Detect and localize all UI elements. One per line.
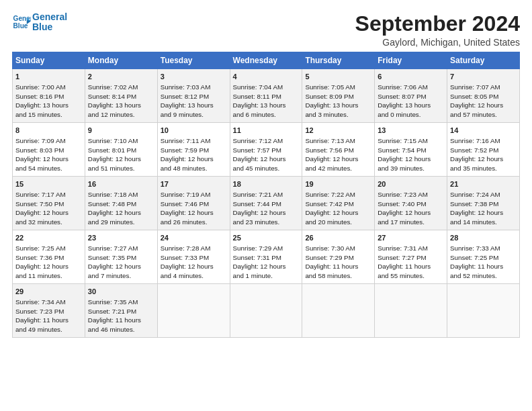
day-number: 27	[378, 233, 444, 243]
day-info: Sunrise: 7:19 AM Sunset: 7:46 PM Dayligh…	[161, 191, 214, 226]
col-thursday: Thursday	[302, 52, 375, 69]
col-wednesday: Wednesday	[230, 52, 302, 69]
day-info: Sunrise: 7:00 AM Sunset: 8:16 PM Dayligh…	[15, 83, 69, 118]
day-info: Sunrise: 7:24 AM Sunset: 7:38 PM Dayligh…	[450, 191, 503, 226]
col-friday: Friday	[375, 52, 447, 69]
day-info: Sunrise: 7:35 AM Sunset: 7:21 PM Dayligh…	[88, 298, 141, 333]
calendar-cell: 20Sunrise: 7:23 AM Sunset: 7:40 PM Dayli…	[375, 177, 447, 230]
day-info: Sunrise: 7:30 AM Sunset: 7:29 PM Dayligh…	[305, 244, 358, 279]
calendar-cell: 17Sunrise: 7:19 AM Sunset: 7:46 PM Dayli…	[157, 177, 230, 230]
day-number: 8	[15, 126, 82, 136]
day-number: 1	[15, 72, 82, 82]
calendar-week-3: 15Sunrise: 7:17 AM Sunset: 7:50 PM Dayli…	[13, 177, 520, 230]
header-row: Sunday Monday Tuesday Wednesday Thursday…	[13, 52, 520, 69]
day-info: Sunrise: 7:02 AM Sunset: 8:14 PM Dayligh…	[88, 83, 141, 118]
calendar-cell: 12Sunrise: 7:13 AM Sunset: 7:56 PM Dayli…	[302, 123, 375, 177]
day-number: 3	[161, 72, 227, 82]
calendar-cell: 5Sunrise: 7:05 AM Sunset: 8:09 PM Daylig…	[302, 69, 375, 123]
day-info: Sunrise: 7:17 AM Sunset: 7:50 PM Dayligh…	[15, 191, 69, 226]
day-info: Sunrise: 7:07 AM Sunset: 8:05 PM Dayligh…	[450, 83, 503, 118]
day-info: Sunrise: 7:13 AM Sunset: 7:56 PM Dayligh…	[305, 137, 358, 172]
calendar-week-1: 1Sunrise: 7:00 AM Sunset: 8:16 PM Daylig…	[13, 69, 520, 123]
day-info: Sunrise: 7:06 AM Sunset: 8:07 PM Dayligh…	[378, 83, 431, 118]
calendar-cell	[302, 284, 375, 338]
day-number: 23	[88, 233, 154, 243]
day-number: 6	[378, 72, 444, 82]
page: General Blue General Blue September 2024…	[0, 0, 532, 411]
col-monday: Monday	[85, 52, 157, 69]
calendar-cell: 13Sunrise: 7:15 AM Sunset: 7:54 PM Dayli…	[375, 123, 447, 177]
calendar-week-4: 22Sunrise: 7:25 AM Sunset: 7:36 PM Dayli…	[13, 230, 520, 284]
svg-text:Blue: Blue	[13, 23, 28, 30]
day-number: 20	[378, 179, 444, 189]
day-info: Sunrise: 7:28 AM Sunset: 7:33 PM Dayligh…	[161, 244, 214, 279]
day-number: 26	[305, 233, 371, 243]
calendar-cell: 29Sunrise: 7:34 AM Sunset: 7:23 PM Dayli…	[13, 284, 85, 338]
day-number: 15	[15, 179, 82, 189]
calendar-cell: 7Sunrise: 7:07 AM Sunset: 8:05 PM Daylig…	[447, 69, 520, 123]
day-number: 11	[233, 126, 300, 136]
calendar-cell: 3Sunrise: 7:03 AM Sunset: 8:12 PM Daylig…	[157, 69, 230, 123]
col-tuesday: Tuesday	[157, 52, 230, 69]
day-info: Sunrise: 7:31 AM Sunset: 7:27 PM Dayligh…	[378, 244, 431, 279]
calendar-cell: 24Sunrise: 7:28 AM Sunset: 7:33 PM Dayli…	[157, 230, 230, 284]
day-number: 16	[88, 179, 154, 189]
logo-text: General Blue	[32, 12, 67, 33]
calendar-cell: 27Sunrise: 7:31 AM Sunset: 7:27 PM Dayli…	[375, 230, 447, 284]
calendar-cell: 25Sunrise: 7:29 AM Sunset: 7:31 PM Dayli…	[230, 230, 302, 284]
day-number: 2	[88, 72, 154, 82]
day-info: Sunrise: 7:25 AM Sunset: 7:36 PM Dayligh…	[15, 244, 69, 279]
day-number: 18	[233, 179, 300, 189]
logo: General Blue General Blue	[12, 12, 67, 33]
day-info: Sunrise: 7:34 AM Sunset: 7:23 PM Dayligh…	[15, 298, 69, 333]
day-number: 14	[450, 126, 517, 136]
header: General Blue General Blue September 2024…	[12, 12, 520, 48]
col-saturday: Saturday	[447, 52, 520, 69]
day-number: 4	[233, 72, 300, 82]
day-info: Sunrise: 7:21 AM Sunset: 7:44 PM Dayligh…	[233, 191, 286, 226]
day-number: 22	[15, 233, 82, 243]
calendar-cell: 6Sunrise: 7:06 AM Sunset: 8:07 PM Daylig…	[375, 69, 447, 123]
day-info: Sunrise: 7:23 AM Sunset: 7:40 PM Dayligh…	[378, 191, 431, 226]
day-number: 13	[378, 126, 444, 136]
calendar-cell: 4Sunrise: 7:04 AM Sunset: 8:11 PM Daylig…	[230, 69, 302, 123]
day-info: Sunrise: 7:29 AM Sunset: 7:31 PM Dayligh…	[233, 244, 286, 279]
day-number: 24	[161, 233, 227, 243]
day-info: Sunrise: 7:03 AM Sunset: 8:12 PM Dayligh…	[161, 83, 214, 118]
calendar-cell: 22Sunrise: 7:25 AM Sunset: 7:36 PM Dayli…	[13, 230, 85, 284]
calendar-cell: 26Sunrise: 7:30 AM Sunset: 7:29 PM Dayli…	[302, 230, 375, 284]
calendar-cell: 21Sunrise: 7:24 AM Sunset: 7:38 PM Dayli…	[447, 177, 520, 230]
day-number: 12	[305, 126, 371, 136]
calendar-cell: 30Sunrise: 7:35 AM Sunset: 7:21 PM Dayli…	[85, 284, 157, 338]
main-title: September 2024	[355, 12, 520, 36]
day-number: 9	[88, 126, 154, 136]
day-number: 7	[450, 72, 517, 82]
day-info: Sunrise: 7:33 AM Sunset: 7:25 PM Dayligh…	[450, 244, 503, 279]
day-info: Sunrise: 7:22 AM Sunset: 7:42 PM Dayligh…	[305, 191, 358, 226]
day-number: 19	[305, 179, 371, 189]
calendar-cell: 19Sunrise: 7:22 AM Sunset: 7:42 PM Dayli…	[302, 177, 375, 230]
day-info: Sunrise: 7:05 AM Sunset: 8:09 PM Dayligh…	[305, 83, 358, 118]
day-number: 21	[450, 179, 517, 189]
calendar-cell	[447, 284, 520, 338]
calendar-week-2: 8Sunrise: 7:09 AM Sunset: 8:03 PM Daylig…	[13, 123, 520, 177]
calendar-cell: 15Sunrise: 7:17 AM Sunset: 7:50 PM Dayli…	[13, 177, 85, 230]
calendar-cell: 11Sunrise: 7:12 AM Sunset: 7:57 PM Dayli…	[230, 123, 302, 177]
day-number: 30	[88, 287, 154, 297]
day-number: 28	[450, 233, 517, 243]
subtitle: Gaylord, Michigan, United States	[355, 37, 520, 48]
day-info: Sunrise: 7:16 AM Sunset: 7:52 PM Dayligh…	[450, 137, 503, 172]
calendar-week-5: 29Sunrise: 7:34 AM Sunset: 7:23 PM Dayli…	[13, 284, 520, 338]
day-number: 10	[161, 126, 227, 136]
calendar-cell: 1Sunrise: 7:00 AM Sunset: 8:16 PM Daylig…	[13, 69, 85, 123]
logo-icon: General Blue	[12, 13, 31, 32]
day-number: 17	[161, 179, 227, 189]
day-number: 29	[15, 287, 82, 297]
day-info: Sunrise: 7:11 AM Sunset: 7:59 PM Dayligh…	[161, 137, 214, 172]
calendar-table: Sunday Monday Tuesday Wednesday Thursday…	[12, 52, 520, 338]
day-info: Sunrise: 7:12 AM Sunset: 7:57 PM Dayligh…	[233, 137, 286, 172]
day-number: 25	[233, 233, 300, 243]
calendar-cell: 18Sunrise: 7:21 AM Sunset: 7:44 PM Dayli…	[230, 177, 302, 230]
calendar-cell: 10Sunrise: 7:11 AM Sunset: 7:59 PM Dayli…	[157, 123, 230, 177]
day-info: Sunrise: 7:15 AM Sunset: 7:54 PM Dayligh…	[378, 137, 431, 172]
